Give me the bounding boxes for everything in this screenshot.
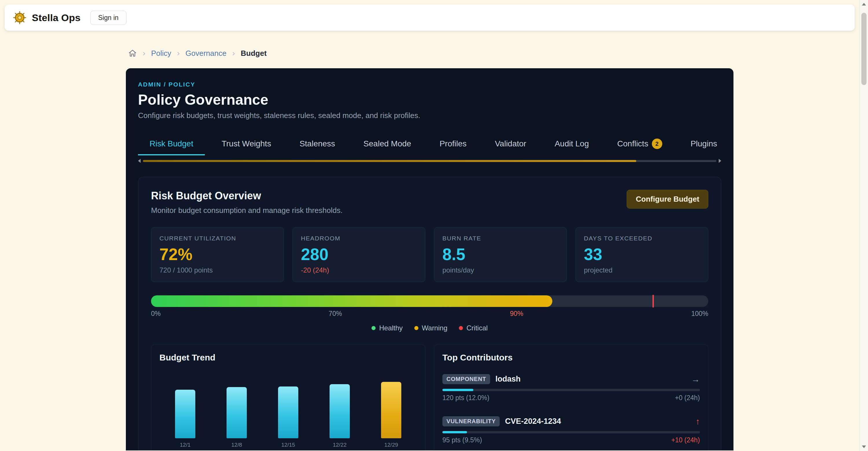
healthy-dot-icon xyxy=(372,326,376,330)
trend-bar-label: 12/1 xyxy=(180,442,191,448)
tab-validator[interactable]: Validator xyxy=(484,134,538,155)
trend-bar-group: 12/22 xyxy=(330,384,350,448)
breadcrumb-separator-icon: › xyxy=(177,49,180,58)
scrollbar-thumb[interactable] xyxy=(861,13,867,85)
stat-value: 8.5 xyxy=(442,245,558,264)
stats-grid: CURRENT UTILIZATION 72% 720 / 1000 point… xyxy=(151,227,708,282)
topbar: Stella Ops Sign in xyxy=(5,5,855,31)
trend-bar-label: 12/29 xyxy=(384,442,398,448)
contributor-item-cve-2024-1234[interactable]: VULNERABILITY CVE-2024-1234 ↑ 95 pts (9.… xyxy=(442,416,700,444)
critical-dot-icon xyxy=(459,326,463,330)
trend-bar-label: 12/8 xyxy=(231,442,242,448)
trend-bar xyxy=(330,384,350,438)
stat-label: DAYS TO EXCEEDED xyxy=(584,235,700,242)
breadcrumb-link-policy[interactable]: Policy xyxy=(151,49,171,58)
breadcrumb-current: Budget xyxy=(241,49,267,58)
contributor-name: CVE-2024-1234 xyxy=(505,417,561,426)
tab-plugins[interactable]: Plugins xyxy=(679,134,721,155)
brand-title: Stella Ops xyxy=(32,12,81,24)
trend-bar xyxy=(381,382,401,438)
warning-dot-icon xyxy=(414,326,418,330)
policy-governance-panel: ADMIN / POLICY Policy Governance Configu… xyxy=(126,68,734,450)
budget-trend-chart: 12/112/812/1512/2212/29 xyxy=(159,379,417,448)
legend-label: Critical xyxy=(466,324,488,332)
risk-budget-overview-card: Risk Budget Overview Monitor budget cons… xyxy=(138,177,721,450)
page-title: Policy Governance xyxy=(138,91,721,108)
contributor-name: lodash xyxy=(495,375,521,384)
tab-risk-budget[interactable]: Risk Budget xyxy=(138,134,205,155)
gauge-legend: Healthy Warning Critical xyxy=(151,324,708,332)
tab-label: Conflicts xyxy=(617,139,648,149)
critical-threshold-marker xyxy=(652,295,654,308)
gauge-tick-0: 0% xyxy=(151,310,161,318)
tab-scrollbar-thumb[interactable] xyxy=(143,160,636,162)
tab-strip: Risk Budget Trust Weights Staleness Seal… xyxy=(138,134,721,155)
top-contributors-card: Top Contributors COMPONENT lodash → xyxy=(434,344,708,450)
scroll-left-icon[interactable] xyxy=(138,159,141,163)
tab-conflicts[interactable]: Conflicts 2 xyxy=(606,134,674,155)
tab-label: Sealed Mode xyxy=(363,139,411,149)
trend-bar-group: 12/1 xyxy=(175,390,195,448)
tab-label: Profiles xyxy=(439,139,466,149)
legend-critical: Critical xyxy=(459,324,488,332)
tab-label: Risk Budget xyxy=(150,139,193,149)
stella-ops-logo xyxy=(13,11,27,25)
contributor-item-lodash[interactable]: COMPONENT lodash → 120 pts (12.0%) +0 (2… xyxy=(442,374,700,402)
stat-value: 280 xyxy=(301,245,417,264)
tab-trust-weights[interactable]: Trust Weights xyxy=(210,134,283,155)
stat-sub: points/day xyxy=(442,266,558,274)
tab-label: Audit Log xyxy=(555,139,589,149)
configure-budget-button[interactable]: Configure Budget xyxy=(627,190,708,208)
tab-audit-log[interactable]: Audit Log xyxy=(543,134,600,155)
contributor-type-badge: COMPONENT xyxy=(442,374,490,384)
budget-trend-card: Budget Trend 12/112/812/1512/2212/29 xyxy=(151,344,425,450)
trend-up-icon: ↑ xyxy=(695,417,700,426)
overview-subtitle: Monitor budget consumption and manage ri… xyxy=(151,206,343,215)
stat-sub: -20 (24h) xyxy=(301,266,417,274)
browser-scrollbar[interactable] xyxy=(859,0,868,451)
page-viewport: Stella Ops Sign in › Policy › Governance… xyxy=(0,5,859,450)
legend-warning: Warning xyxy=(414,324,447,332)
stat-label: BURN RATE xyxy=(442,235,558,242)
contributor-progress-track xyxy=(442,389,700,391)
section-eyebrow: ADMIN / POLICY xyxy=(138,81,721,88)
stat-current-utilization: CURRENT UTILIZATION 72% 720 / 1000 point… xyxy=(151,227,284,282)
tab-label: Validator xyxy=(495,139,526,149)
breadcrumb-link-governance[interactable]: Governance xyxy=(185,49,226,58)
stat-days-to-exceeded: DAYS TO EXCEEDED 33 projected xyxy=(576,227,708,282)
scroll-up-icon[interactable] xyxy=(862,3,866,5)
breadcrumb-separator-icon: › xyxy=(232,49,235,58)
contributor-delta: +0 (24h) xyxy=(675,394,700,402)
legend-label: Healthy xyxy=(379,324,402,332)
tab-staleness[interactable]: Staleness xyxy=(288,134,347,155)
legend-healthy: Healthy xyxy=(372,324,402,332)
stat-sub: projected xyxy=(584,266,700,274)
tab-label: Plugins xyxy=(691,139,717,149)
stat-label: CURRENT UTILIZATION xyxy=(159,235,275,242)
contributor-progress-fill xyxy=(442,389,473,391)
trend-bar xyxy=(226,387,247,438)
trend-bar-group: 12/8 xyxy=(226,387,247,448)
trend-bar-label: 12/15 xyxy=(281,442,295,448)
tab-profiles[interactable]: Profiles xyxy=(428,134,478,155)
trend-bar-group: 12/29 xyxy=(381,382,401,448)
tab-label: Trust Weights xyxy=(222,139,271,149)
budget-trend-title: Budget Trend xyxy=(159,353,417,362)
home-icon[interactable] xyxy=(128,49,137,58)
tab-sealed-mode[interactable]: Sealed Mode xyxy=(352,134,423,155)
tab-scrollbar-track[interactable] xyxy=(143,160,716,162)
brand[interactable]: Stella Ops xyxy=(13,11,81,25)
gauge-tick-labels: 0% 70% 90% 100% xyxy=(151,310,708,318)
contributors-list: COMPONENT lodash → 120 pts (12.0%) +0 (2… xyxy=(442,374,700,450)
trend-bar xyxy=(278,386,298,438)
breadcrumb: › Policy › Governance › Budget xyxy=(126,49,734,58)
scroll-right-icon[interactable] xyxy=(719,159,721,163)
stat-value: 33 xyxy=(584,245,700,264)
scroll-down-icon[interactable] xyxy=(862,446,866,448)
tab-label: Staleness xyxy=(300,139,335,149)
trend-bar xyxy=(175,390,195,438)
sign-in-button[interactable]: Sign in xyxy=(90,11,126,25)
stat-value: 72% xyxy=(159,245,275,264)
contributor-progress-track xyxy=(442,431,700,433)
gauge-tick-90: 90% xyxy=(510,310,523,318)
